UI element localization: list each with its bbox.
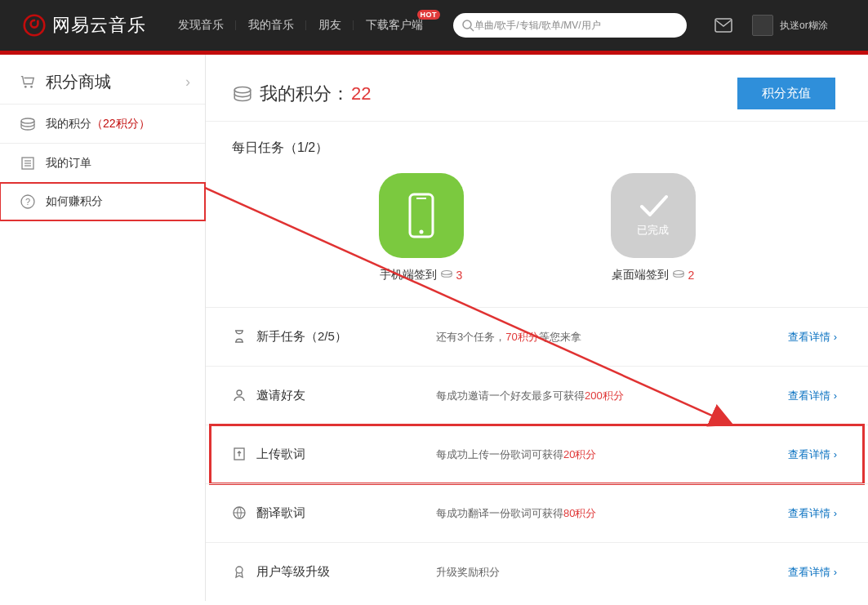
chevron-right-icon: › bbox=[185, 73, 190, 91]
svg-point-4 bbox=[24, 86, 27, 88]
view-detail-link[interactable]: 查看详情› bbox=[788, 389, 837, 403]
view-detail-link[interactable]: 查看详情› bbox=[788, 447, 837, 462]
svg-point-6 bbox=[21, 118, 34, 123]
brand-text: 网易云音乐 bbox=[52, 13, 146, 38]
sidebar: 积分商城 › 我的积分 （22积分） 我的订单 ? 如何赚积分 bbox=[0, 55, 206, 601]
hourglass-icon bbox=[232, 329, 248, 345]
card-mobile-signin[interactable]: 手机端签到 3 bbox=[379, 173, 464, 282]
main-content: 我的积分：22 积分充值 每日任务（1/2） 手机端签到 3 已完成 bbox=[206, 55, 868, 601]
daily-cards: 手机端签到 3 已完成 桌面端签到 2 bbox=[206, 173, 868, 307]
chevron-right-icon: › bbox=[834, 507, 837, 519]
person-icon bbox=[232, 388, 248, 404]
search-box[interactable] bbox=[453, 13, 687, 38]
list-icon bbox=[20, 155, 36, 171]
svg-point-13 bbox=[234, 87, 251, 92]
recharge-button[interactable]: 积分充值 bbox=[737, 78, 835, 109]
svg-point-19 bbox=[237, 390, 242, 395]
cart-icon bbox=[20, 73, 36, 90]
svg-rect-3 bbox=[715, 19, 732, 32]
nav-my-music[interactable]: 我的音乐 bbox=[236, 18, 306, 33]
chevron-right-icon: › bbox=[834, 448, 837, 460]
avatar bbox=[752, 15, 773, 36]
page-body: 积分商城 › 我的积分 （22积分） 我的订单 ? 如何赚积分 bbox=[0, 55, 868, 601]
task-row-level-up: 用户等级升级 升级奖励积分 查看详情› bbox=[206, 542, 868, 601]
svg-text:?: ? bbox=[25, 197, 30, 207]
task-row-invite: 邀请好友 每成功邀请一个好友最多可获得200积分 查看详情› bbox=[206, 366, 868, 425]
svg-point-0 bbox=[24, 16, 45, 36]
svg-point-15 bbox=[419, 230, 423, 234]
search-icon bbox=[461, 19, 474, 32]
hot-badge: HOT bbox=[417, 10, 441, 20]
points-header: 我的积分：22 积分充值 bbox=[206, 78, 868, 122]
view-detail-link[interactable]: 查看详情› bbox=[788, 330, 837, 345]
nav-discover[interactable]: 发现音乐 bbox=[166, 18, 236, 33]
svg-point-1 bbox=[463, 20, 471, 29]
nav-download[interactable]: 下载客户端 HOT bbox=[354, 18, 435, 33]
help-icon: ? bbox=[20, 194, 36, 210]
phone-icon bbox=[379, 173, 464, 258]
svg-line-2 bbox=[470, 28, 474, 31]
globe-icon bbox=[232, 505, 248, 522]
points-title: 我的积分：22 bbox=[260, 82, 371, 106]
task-row-upload-lyrics: 上传歌词 每成功上传一份歌词可获得20积分 查看详情› bbox=[206, 425, 868, 483]
sidebar-item-orders[interactable]: 我的订单 bbox=[0, 143, 205, 182]
chevron-right-icon: › bbox=[834, 331, 837, 343]
header-bar: 网易云音乐 发现音乐 我的音乐 朋友 下载客户端 HOT 执迷or糊涂 bbox=[0, 0, 868, 51]
sidebar-item-how-earn[interactable]: ? 如何赚积分 bbox=[0, 182, 205, 221]
svg-point-18 bbox=[673, 271, 683, 275]
coins-icon bbox=[20, 116, 36, 132]
chevron-right-icon: › bbox=[834, 389, 837, 402]
mail-icon[interactable] bbox=[714, 18, 732, 33]
sidebar-title[interactable]: 积分商城 › bbox=[0, 60, 205, 104]
card-mobile-label: 手机端签到 3 bbox=[380, 268, 463, 282]
brand-logo[interactable]: 网易云音乐 bbox=[23, 13, 146, 38]
badge-icon bbox=[232, 564, 248, 581]
check-icon: 已完成 bbox=[611, 173, 696, 258]
task-row-translate-lyrics: 翻译歌词 每成功翻译一份歌词可获得80积分 查看详情› bbox=[206, 483, 868, 542]
view-detail-link[interactable]: 查看详情› bbox=[788, 565, 837, 580]
chevron-right-icon: › bbox=[834, 566, 837, 578]
view-detail-link[interactable]: 查看详情› bbox=[788, 506, 837, 521]
svg-point-17 bbox=[441, 271, 451, 275]
logo-icon bbox=[23, 14, 46, 37]
sidebar-item-my-points[interactable]: 我的积分 （22积分） bbox=[0, 104, 205, 143]
nav-friends[interactable]: 朋友 bbox=[306, 18, 354, 33]
card-desktop-signin: 已完成 桌面端签到 2 bbox=[611, 173, 696, 282]
svg-point-22 bbox=[236, 567, 243, 573]
username: 执迷or糊涂 bbox=[780, 19, 828, 33]
user-menu[interactable]: 执迷or糊涂 bbox=[752, 15, 828, 36]
task-row-newbie: 新手任务（2/5） 还有3个任务，70积分等您来拿 查看详情› bbox=[206, 307, 868, 366]
card-desktop-label: 桌面端签到 2 bbox=[612, 268, 695, 282]
svg-point-5 bbox=[30, 86, 33, 88]
nav-links: 发现音乐 我的音乐 朋友 下载客户端 HOT bbox=[166, 18, 435, 33]
coins-icon bbox=[232, 85, 260, 103]
search-input[interactable] bbox=[474, 20, 679, 31]
daily-tasks-title: 每日任务（1/2） bbox=[206, 122, 868, 173]
upload-icon bbox=[232, 447, 248, 463]
